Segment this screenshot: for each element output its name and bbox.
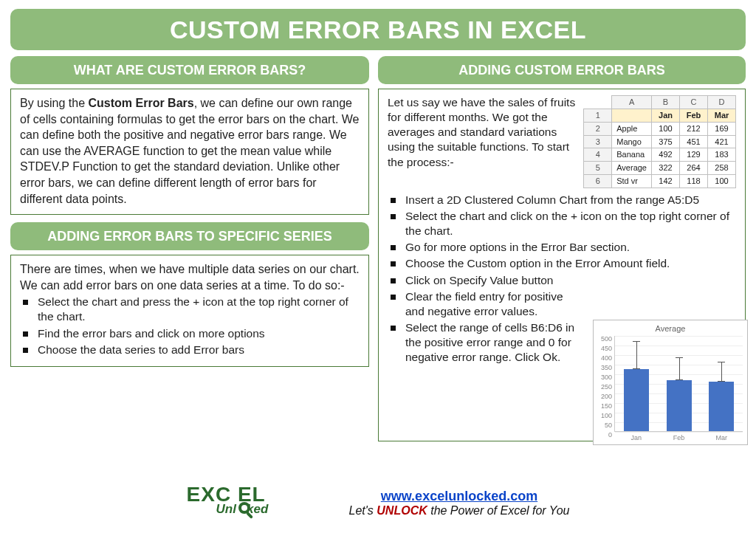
brand-logo: EXC EL Unl cked xyxy=(187,484,327,521)
cell: 169 xyxy=(708,122,736,135)
cell: 451 xyxy=(680,135,708,148)
cell: 264 xyxy=(680,162,708,175)
y-tick: 200 xyxy=(599,392,612,401)
list-item: Select the range of cells B6:D6 in the p… xyxy=(389,320,581,365)
cell: 100 xyxy=(708,175,736,188)
cell: 322 xyxy=(652,162,680,175)
col-head: C xyxy=(680,96,708,109)
row-num: 1 xyxy=(584,109,612,122)
cell: 142 xyxy=(652,175,680,188)
col-head: B xyxy=(652,96,680,109)
section-body-adding: Let us say we have the sales of fruits f… xyxy=(378,89,746,441)
row-num: 2 xyxy=(584,122,612,135)
series-steps: Select the chart and press the + icon at… xyxy=(20,295,360,357)
cell xyxy=(612,109,652,122)
cell: 118 xyxy=(680,175,708,188)
y-tick: 300 xyxy=(599,373,612,382)
cell: Banana xyxy=(612,148,652,162)
y-tick: 400 xyxy=(599,354,612,362)
y-tick: 500 xyxy=(599,334,612,343)
section-body-what: By using the Custom Error Bars, we can d… xyxy=(10,89,369,215)
row-num: 3 xyxy=(584,135,612,148)
list-item: Select the chart and press the + icon at… xyxy=(21,295,360,324)
cell: 183 xyxy=(708,148,736,162)
list-item: Go for more options in the Error Bar sec… xyxy=(389,240,736,255)
slogan-pre: Let's xyxy=(349,504,377,517)
col-head: A xyxy=(612,96,652,109)
list-item: Click on Specify Value button xyxy=(389,273,581,288)
row-num: 4 xyxy=(584,148,612,162)
table-corner xyxy=(584,96,612,109)
row-num: 6 xyxy=(584,175,612,188)
s2-intro: There are times, when we have multiple d… xyxy=(20,261,360,293)
cell: 129 xyxy=(680,148,708,162)
footer-slogan: Let's UNLOCK the Power of Excel for You xyxy=(349,504,570,517)
cell: 100 xyxy=(652,122,680,135)
footer: EXC EL Unl cked www.excelunlocked.com Le… xyxy=(0,484,756,524)
footer-link[interactable]: www.excelunlocked.com xyxy=(381,489,537,503)
y-tick: 150 xyxy=(599,402,612,410)
footer-text: www.excelunlocked.com Let's UNLOCK the P… xyxy=(349,489,570,517)
chart-plot: 050100150200250300350400450500JanFebMar xyxy=(614,336,743,432)
cell: 421 xyxy=(708,135,736,148)
cell: 492 xyxy=(652,148,680,162)
x-label: Mar xyxy=(709,431,734,442)
y-tick: 100 xyxy=(599,411,612,420)
svg-rect-2 xyxy=(246,512,253,519)
list-item: Clear the field entry for positive and n… xyxy=(389,289,581,319)
list-item: Insert a 2D Clustered Column Chart from … xyxy=(389,193,736,207)
x-label: Feb xyxy=(667,431,692,442)
chart-title: Average xyxy=(598,323,743,334)
slogan-post: the Power of Excel for You xyxy=(427,504,570,517)
cell: Std vr xyxy=(612,175,652,188)
y-tick: 50 xyxy=(599,421,612,430)
row-num: 5 xyxy=(584,162,612,175)
s1-pre: By using the xyxy=(20,97,89,109)
section-head-what: WHAT ARE CUSTOM ERROR BARS? xyxy=(10,56,369,84)
col-head: D xyxy=(708,96,736,109)
slogan-em: UNLOCK xyxy=(377,504,427,517)
right-column: ADDING CUSTOM ERROR BARS Let us say we h… xyxy=(378,56,746,441)
cell: Jan xyxy=(652,109,680,122)
list-item: Choose the Custom option in the Error Am… xyxy=(389,256,736,271)
cell: Mango xyxy=(612,135,652,148)
content-columns: WHAT ARE CUSTOM ERROR BARS? By using the… xyxy=(0,56,756,441)
magnifier-icon xyxy=(237,501,256,520)
y-tick: 0 xyxy=(599,430,612,439)
s1-post: , we can define our own range of cells c… xyxy=(20,97,360,205)
adding-intro: Let us say we have the sales of fruits f… xyxy=(388,95,577,188)
cell: Apple xyxy=(612,122,652,135)
s1-bold: Custom Error Bars xyxy=(89,97,194,109)
left-column: WHAT ARE CUSTOM ERROR BARS? By using the… xyxy=(10,56,369,441)
y-tick: 450 xyxy=(599,344,612,353)
cell: Feb xyxy=(680,109,708,122)
list-item: Find the error bars and click on more op… xyxy=(21,326,360,341)
svg-point-1 xyxy=(241,505,247,511)
bar-chart: Average 050100150200250300350400450500Ja… xyxy=(593,320,748,445)
section-head-series: ADDING ERROR BARS TO SPECIFIC SERIES xyxy=(10,222,369,250)
y-tick: 350 xyxy=(599,363,612,372)
cell: 212 xyxy=(680,122,708,135)
list-item: Select the chart and click on the + icon… xyxy=(389,209,736,238)
x-label: Jan xyxy=(624,431,649,442)
y-tick: 250 xyxy=(599,382,612,391)
cell: Mar xyxy=(708,109,736,122)
list-item: Choose the data series to add Error bars xyxy=(21,343,360,357)
section-body-series: There are times, when we have multiple d… xyxy=(10,255,369,367)
cell: Average xyxy=(612,162,652,175)
cell: 375 xyxy=(652,135,680,148)
cell: 258 xyxy=(708,162,736,175)
section-head-adding: ADDING CUSTOM ERROR BARS xyxy=(378,56,746,84)
data-table: A B C D 1 Jan Feb Mar 2Apple100212169 3M… xyxy=(583,95,736,188)
page-title: CUSTOM ERROR BARS IN EXCEL xyxy=(10,9,746,50)
